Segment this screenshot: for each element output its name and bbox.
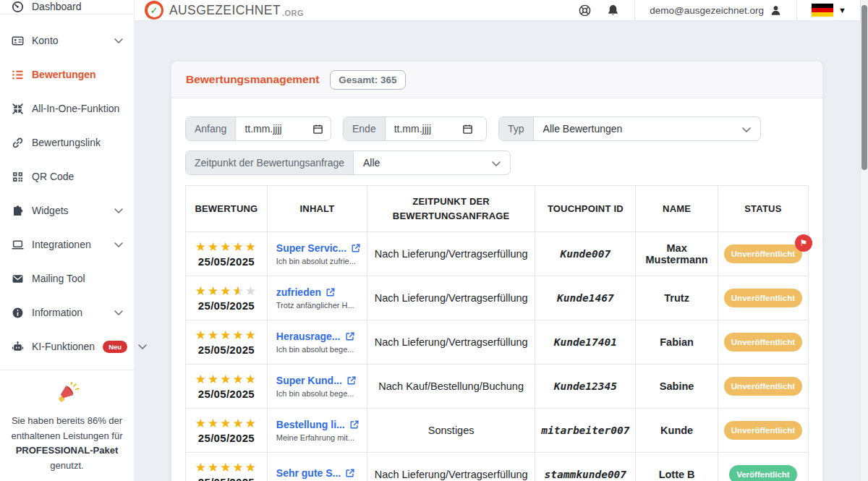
zeitpunkt-cell: Sonstiges [367,409,535,453]
review-date: 25/05/2025 [192,344,261,356]
robot-icon [11,340,24,353]
status-badge[interactable]: Unveröffentlicht [724,289,802,307]
calendar-icon[interactable] [462,124,473,135]
ende-date-input[interactable] [394,123,449,135]
touchpoint-cell: Kunde1467 [535,276,636,320]
megaphone-icon [7,382,127,406]
star-rating: ★★★★★ [192,417,261,430]
review-excerpt: Trotz anfänglicher H... [276,301,361,310]
sidebar-item-mailing-tool[interactable]: Mailing Tool [0,262,134,296]
column-header: TOUCHPOINT ID [535,186,636,232]
sidebar-item-qr-code[interactable]: QR Code [0,160,134,194]
zeitpunkt-select[interactable]: Alle [354,151,510,174]
review-excerpt: Ich bin absolut bege... [276,389,361,398]
review-excerpt: Ich bin absolut zufrie... [276,257,361,265]
external-link-icon[interactable] [345,331,355,341]
filters-row-2: Zeitpunkt der Bewertungsanfrage Alle [185,150,809,175]
chevron-down-icon [114,38,123,43]
review-title-link[interactable]: Herausrage... [276,331,341,342]
sidebar-item-dashboard[interactable]: Dashboard [0,0,134,14]
touchpoint-cell: Kunde12345 [535,365,636,409]
sidebar-item-label: Dashboard [32,1,82,12]
anfang-date-input[interactable] [244,123,299,135]
divider [634,0,635,20]
chevron-down-icon [114,208,123,213]
name-cell: Sabine [636,365,718,409]
table-row: ★★★★★25/05/2025Sehr gute S...Nach Liefer… [186,453,809,481]
anfang-label: Anfang [186,117,236,140]
external-link-icon[interactable] [345,468,355,478]
table-row: ★★★★★25/05/2025Herausrage...Ich bin abso… [186,320,809,365]
touchpoint-cell: Kunde17401 [535,320,636,365]
review-title-link[interactable]: zufrieden [276,286,321,298]
topbar: ✓ AUSGEZEICHNET .ORG demo@ausgezeichnet.… [135,0,868,21]
review-title-link[interactable]: Bestellung li... [276,419,345,430]
name-cell: Max Mustermann [636,232,718,276]
plan-usage-promo: Sie haben bereits 86% der enthaltenen Le… [0,370,134,481]
name-cell: Lotte B [636,453,718,481]
main-area: ✓ AUSGEZEICHNET .ORG demo@ausgezeichnet.… [135,0,868,481]
status-badge[interactable]: Unveröffentlicht [724,244,802,263]
external-link-icon[interactable] [326,287,336,297]
table-row: ★★★★★25/05/2025Super Servic...Ich bin ab… [186,232,809,276]
sidebar-item-information[interactable]: Information [0,296,134,330]
sidebar-item-integrationen[interactable]: Integrationen [0,228,134,262]
help-icon[interactable] [578,4,592,17]
external-link-icon[interactable] [351,243,361,253]
language-selector[interactable]: ▼ [812,4,846,17]
content-area: Bewertungsmanagement Gesamt: 365 Anfang [135,21,868,481]
sidebar-item-all-in-one-funktion[interactable]: All-In-One-Funktion [0,92,134,126]
flag-icon[interactable]: ⚑ [795,234,812,252]
inhalt-cell: Super Kund...Ich bin absolut bege... [267,365,367,409]
ende-label: Ende [344,117,386,140]
typ-select[interactable]: Alle Bewertungen [534,117,760,140]
sidebar-item-bewertungen[interactable]: Bewertungen [0,58,134,92]
zeitpunkt-cell: Nach Lieferung/Vertragserfüllung [367,232,535,276]
account-menu[interactable]: demo@ausgezeichnet.org [650,4,782,17]
sidebar-item-label: Widgets [32,205,69,216]
brand-seal-icon: ✓ [145,1,163,20]
plan-usage-text-before: Sie haben bereits 86% der enthaltenen Le… [12,415,123,441]
calendar-icon[interactable] [312,124,323,135]
sidebar-item-label: Integrationen [32,239,91,250]
table-row: ★★★★★25/05/2025Super Kund...Ich bin abso… [186,365,809,409]
review-title-link[interactable]: Super Servic... [276,242,346,254]
touchpoint-cell: mitarbeiter007 [535,409,636,453]
table-row: ★★★★★25/05/2025Bestellung li...Meine Erf… [186,409,809,453]
external-link-icon[interactable] [346,375,357,386]
sidebar-item-label: Konto [32,35,59,46]
inhalt-cell: Sehr gute S... [267,453,367,481]
review-title-link[interactable]: Super Kund... [276,375,342,386]
status-badge[interactable]: Unveröffentlicht [724,377,802,396]
sidebar-item-label: Information [32,307,82,318]
sidebar-item-bewertungslink[interactable]: Bewertungslink [0,126,134,160]
bewertung-cell: ★★★★★25/05/2025 [186,320,268,365]
star-rating: ★★★★★★ [192,285,261,297]
caret-down-icon: ▼ [838,6,846,14]
review-date: 25/05/2025 [192,388,261,400]
qr-code-icon [11,170,24,183]
status-badge[interactable]: Veröffentlicht [729,465,796,481]
scrollbar-thumb[interactable] [861,5,867,170]
sidebar-item-ki-funktionen[interactable]: KI-FunktionenNeu [0,330,134,364]
typ-label: Typ [499,117,534,140]
zeitpunkt-cell: Nach Lieferung/Vertragserfüllung [367,453,535,481]
brand-tld: .ORG [282,9,304,17]
scrollbar-track[interactable] [860,0,868,481]
brand-logo[interactable]: ✓ AUSGEZEICHNET .ORG [145,1,304,20]
name-cell: Kunde [636,409,718,453]
sidebar-item-widgets[interactable]: Widgets [0,194,134,228]
bewertung-cell: ★★★★★25/05/2025 [186,409,268,453]
chevron-down-icon [114,310,123,315]
notifications-bell-icon[interactable] [606,4,620,17]
status-badge[interactable]: Unveröffentlicht [724,421,802,440]
app-window: Dashboard KontoBewertungenAll-In-One-Fun… [0,0,868,481]
laptop-icon [11,238,24,251]
review-title-link[interactable]: Sehr gute S... [276,467,341,479]
review-date: 25/05/2025 [192,255,261,268]
external-link-icon[interactable] [349,420,359,430]
sidebar-item-konto[interactable]: Konto [0,24,134,58]
status-badge[interactable]: Unveröffentlicht [724,333,802,352]
page-title: Bewertungsmanagement [186,73,319,86]
status-cell: Unveröffentlicht [718,365,808,409]
